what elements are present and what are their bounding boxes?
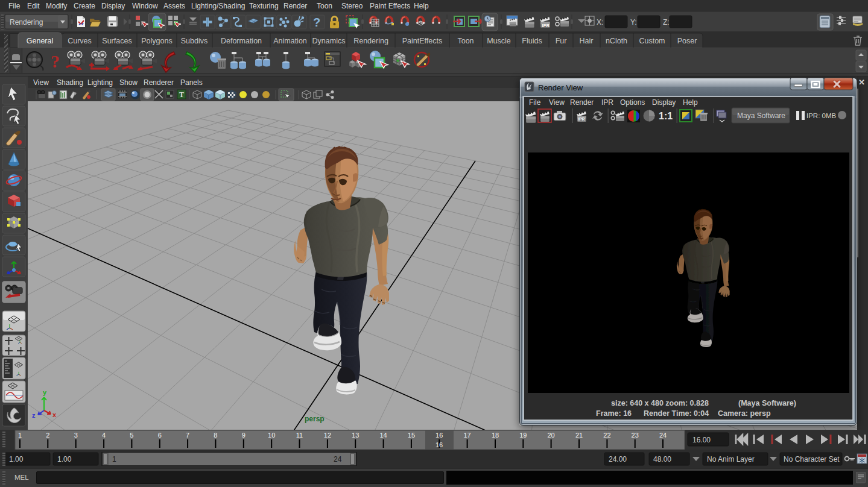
svg-text:File: File [529,98,541,107]
svg-text:17: 17 [463,432,470,439]
svg-text:4: 4 [102,432,106,439]
svg-text:Polygons: Polygons [141,37,172,45]
svg-text:IPR: 0MB: IPR: 0MB [806,112,837,119]
svg-text:Rendering: Rendering [10,18,43,27]
svg-text:IPR: IPR [542,23,550,28]
svg-text:Render View: Render View [538,83,583,92]
svg-text:3: 3 [74,432,78,439]
svg-text:24: 24 [334,455,342,463]
svg-text:1: 1 [112,455,116,463]
svg-text:16.00: 16.00 [692,436,711,444]
svg-text:9: 9 [242,432,246,439]
svg-text:11: 11 [296,432,303,439]
svg-text:Display: Display [652,98,676,107]
svg-text:Rendering: Rendering [353,37,388,45]
svg-text:48.00: 48.00 [653,455,671,463]
svg-text:z: z [32,412,36,419]
svg-text:Y:: Y: [630,18,637,27]
svg-text:23: 23 [632,432,639,439]
svg-text:Animation: Animation [273,37,307,45]
svg-text:Custom: Custom [639,37,665,45]
svg-text:IPR: IPR [578,117,584,121]
svg-text:6: 6 [158,432,162,439]
svg-text:Render Time: 0:04: Render Time: 0:04 [644,409,709,418]
svg-text:8: 8 [214,432,217,439]
svg-text:PaintEffects: PaintEffects [402,37,442,45]
svg-text:Surfaces: Surfaces [102,37,131,45]
svg-text:nCloth: nCloth [606,37,627,45]
svg-text:Muscle: Muscle [487,37,511,45]
svg-text:Hair: Hair [580,37,594,45]
svg-text:1: 1 [18,432,22,439]
svg-text:12: 12 [324,432,331,439]
svg-text:Deformation: Deformation [221,37,262,45]
svg-text:16: 16 [436,441,443,448]
svg-text:24: 24 [659,432,667,439]
svg-text:16: 16 [436,432,443,439]
svg-text:x: x [52,411,57,418]
svg-text:2: 2 [46,432,49,439]
svg-text:24.00: 24.00 [609,455,627,463]
svg-text:Options: Options [620,98,645,107]
svg-text:Render: Render [570,98,594,107]
svg-text:15: 15 [408,432,415,439]
svg-text:persp: persp [305,415,325,423]
svg-text:Maya Software: Maya Software [737,112,785,120]
svg-text:Poser: Poser [677,37,697,45]
svg-text:Toon: Toon [457,37,474,45]
svg-text:Fluids: Fluids [522,37,542,45]
svg-text:18: 18 [492,432,499,439]
svg-text:1.00: 1.00 [57,455,72,463]
svg-text:Frame: 16: Frame: 16 [596,409,632,418]
svg-text:size: 640 x 480 zoom: 0.828: size: 640 x 480 zoom: 0.828 [611,399,709,407]
svg-text:5: 5 [130,432,133,439]
svg-text:T: T [179,90,184,99]
svg-text:14: 14 [379,432,387,439]
svg-text:y: y [43,389,47,396]
svg-text:General: General [27,37,53,45]
svg-text:X:: X: [597,18,603,27]
svg-text:19: 19 [519,432,527,439]
svg-text:21: 21 [575,432,583,439]
svg-text:13: 13 [352,432,359,439]
svg-text:Z:: Z: [663,18,670,27]
svg-text:Camera: persp: Camera: persp [718,409,771,418]
svg-text:No Character Set: No Character Set [784,455,840,463]
svg-text:Help: Help [683,98,698,107]
svg-text:Dynamics: Dynamics [312,37,346,45]
svg-text:1:1: 1:1 [659,111,673,121]
svg-text:IPR: IPR [601,98,613,107]
svg-text:?: ? [313,16,320,29]
svg-text:Fur: Fur [556,37,567,45]
svg-text:Curves: Curves [68,37,92,45]
svg-text:20: 20 [547,432,554,439]
svg-text:Subdivs: Subdivs [181,37,207,45]
svg-text:10: 10 [268,432,275,439]
svg-text:View: View [549,98,565,107]
svg-text:22: 22 [603,432,610,439]
svg-text:(Maya Software): (Maya Software) [738,399,796,407]
svg-text:No Anim Layer: No Anim Layer [707,455,755,463]
svg-text:7: 7 [186,432,189,439]
svg-text:1.00: 1.00 [9,455,24,463]
svg-text:?: ? [51,51,60,71]
